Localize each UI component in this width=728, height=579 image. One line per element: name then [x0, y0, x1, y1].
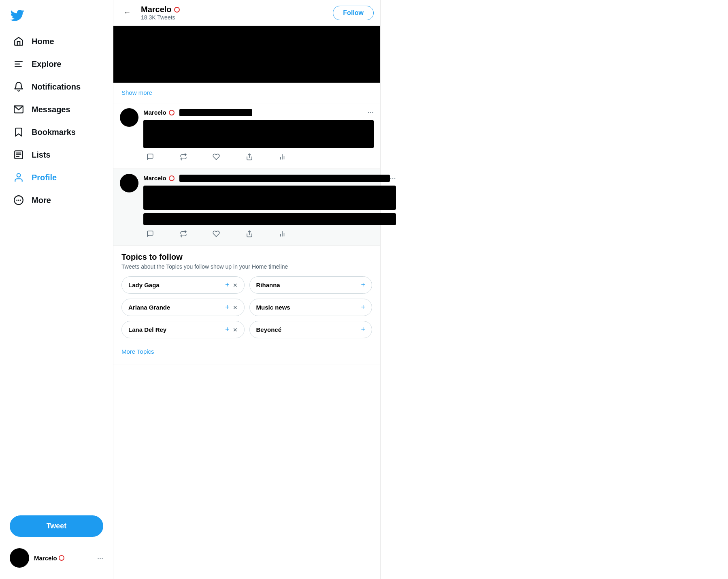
sidebar-profile-label: Profile — [32, 173, 57, 182]
tweet-actions — [143, 152, 289, 164]
retweet-icon — [180, 153, 187, 162]
topic-actions-lana-del-rey: + ✕ — [225, 325, 238, 334]
analytics-icon — [279, 153, 286, 162]
topic-plus-icon[interactable]: + — [361, 325, 365, 334]
topic-label-music-news: Music news — [256, 304, 290, 311]
tweet-name-row: Marcelo — [143, 175, 390, 182]
follow-button[interactable]: Follow — [333, 6, 374, 20]
topic-plus-icon[interactable]: + — [225, 281, 230, 289]
show-more-link[interactable]: Show more — [121, 89, 152, 96]
show-more-section: Show more — [113, 83, 380, 103]
sidebar-bookmarks-label: Bookmarks — [32, 128, 76, 137]
analytics-button[interactable] — [275, 229, 289, 241]
tweet-name-row: Marcelo — [143, 109, 252, 116]
topics-grid: Lady Gaga + ✕ Rihanna + Ariana Grande + … — [121, 276, 372, 338]
explore-icon — [13, 58, 24, 70]
tweet-author-red-circle — [169, 175, 175, 181]
like-button[interactable] — [209, 229, 223, 241]
topics-title: Topics to follow — [121, 252, 372, 262]
sidebar-explore-label: Explore — [32, 60, 61, 69]
reply-icon — [147, 230, 154, 239]
lists-icon — [13, 149, 24, 160]
back-button[interactable]: ← — [120, 6, 134, 20]
topic-plus-icon[interactable]: + — [225, 303, 230, 312]
topic-label-rihanna: Rihanna — [256, 282, 280, 288]
more-icon — [13, 194, 24, 206]
profile-red-circle-icon — [174, 7, 180, 13]
topic-pill-rihanna[interactable]: Rihanna + — [249, 276, 373, 294]
retweet-icon — [180, 230, 187, 239]
topic-x-icon[interactable]: ✕ — [233, 327, 238, 333]
share-button[interactable] — [243, 152, 256, 164]
topic-plus-icon[interactable]: + — [361, 303, 365, 312]
sidebar-messages-label: Messages — [32, 105, 70, 114]
topic-label-beyonce: Beyoncé — [256, 326, 282, 333]
topic-actions-rihanna: + — [361, 281, 365, 289]
tweet-author: Marcelo — [143, 109, 166, 116]
sidebar-item-explore[interactable]: Explore — [6, 53, 106, 75]
reply-button[interactable] — [143, 229, 157, 241]
sidebar-item-lists[interactable]: Lists — [6, 144, 106, 165]
sidebar-item-profile[interactable]: Profile — [6, 167, 106, 188]
tweet-avatar — [120, 174, 138, 192]
heart-icon — [213, 230, 220, 239]
tweet-content-redacted — [143, 120, 374, 148]
topic-pill-music-news[interactable]: Music news + — [249, 299, 373, 316]
svg-point-8 — [17, 173, 21, 177]
reply-icon — [147, 153, 154, 162]
tweet-more-button[interactable]: ··· — [390, 174, 396, 182]
sidebar-bottom-profile[interactable]: Marcelo ··· — [6, 543, 106, 573]
sidebar-item-home[interactable]: Home — [6, 31, 106, 52]
tweet-content-line2-redacted — [143, 213, 396, 225]
sidebar-item-more[interactable]: More — [6, 190, 106, 211]
sidebar: Home Explore Notifications Messages Book… — [0, 0, 113, 579]
tweet-body: Marcelo ··· — [143, 108, 374, 164]
topic-x-icon[interactable]: ✕ — [233, 304, 238, 311]
profile-banner — [113, 26, 380, 83]
sidebar-more-label: More — [32, 196, 51, 205]
topic-label-ariana-grande: Ariana Grande — [128, 304, 170, 311]
topic-pill-beyonce[interactable]: Beyoncé + — [249, 321, 373, 338]
share-icon — [246, 230, 253, 239]
topic-actions-beyonce: + — [361, 325, 365, 334]
home-icon — [13, 36, 24, 47]
sidebar-bottom-name: Marcelo — [34, 555, 92, 562]
bookmark-icon — [13, 126, 24, 138]
topic-actions-ariana-grande: + ✕ — [225, 303, 238, 312]
share-button[interactable] — [243, 229, 256, 241]
twitter-logo[interactable] — [6, 3, 106, 29]
tweet-item: Marcelo ··· — [113, 103, 380, 169]
bell-icon — [13, 81, 24, 92]
topic-plus-icon[interactable]: + — [225, 325, 230, 334]
sidebar-nav: Home Explore Notifications Messages Book… — [6, 31, 106, 509]
tweet-button[interactable]: Tweet — [10, 515, 103, 537]
avatar — [10, 548, 29, 568]
reply-button[interactable] — [143, 152, 157, 164]
retweet-button[interactable] — [177, 229, 190, 241]
tweet-item: Marcelo ··· — [113, 169, 380, 246]
topic-pill-ariana-grande[interactable]: Ariana Grande + ✕ — [121, 299, 245, 316]
profile-header-info: Marcelo 18.3K Tweets — [141, 5, 180, 21]
more-topics-link[interactable]: More Topics — [121, 345, 372, 358]
tweet-handle-redacted — [179, 109, 252, 116]
topic-actions-music-news: + — [361, 303, 365, 312]
heart-icon — [213, 153, 220, 162]
sidebar-item-notifications[interactable]: Notifications — [6, 76, 106, 97]
sidebar-item-bookmarks[interactable]: Bookmarks — [6, 122, 106, 143]
analytics-button[interactable] — [275, 152, 289, 164]
topic-pill-lady-gaga[interactable]: Lady Gaga + ✕ — [121, 276, 245, 294]
topic-x-icon[interactable]: ✕ — [233, 282, 238, 288]
sidebar-item-messages[interactable]: Messages — [6, 99, 106, 120]
tweet-more-button[interactable]: ··· — [368, 108, 374, 117]
topic-actions-lady-gaga: + ✕ — [225, 281, 238, 289]
sidebar-bottom-info: Marcelo — [34, 555, 92, 562]
topic-plus-icon[interactable]: + — [361, 281, 365, 289]
topic-pill-lana-del-rey[interactable]: Lana Del Rey + ✕ — [121, 321, 245, 338]
like-button[interactable] — [209, 152, 223, 164]
sidebar-bottom-more-icon[interactable]: ··· — [97, 554, 103, 562]
mail-icon — [13, 104, 24, 115]
red-circle-icon — [59, 555, 64, 561]
sidebar-bottom-name-text: Marcelo — [34, 555, 57, 562]
profile-icon — [13, 172, 24, 183]
retweet-button[interactable] — [177, 152, 190, 164]
